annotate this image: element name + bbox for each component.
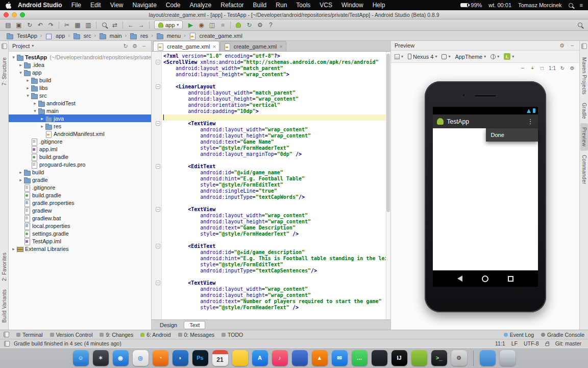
menu-window[interactable]: Window	[337, 0, 368, 10]
dock-vlc-icon[interactable]: ▲	[312, 350, 328, 366]
tool-button-version-control[interactable]: Version Control	[50, 332, 93, 338]
menu-vcs[interactable]: VCS	[315, 0, 337, 10]
code-line-39[interactable]: android:layout_width="wrap_content"	[152, 286, 390, 292]
tree-item-proguard-rules-pro[interactable]: proguard-rules.pro	[9, 160, 151, 168]
locale-dropdown[interactable]: ▾	[491, 54, 499, 59]
tree-item-gradlew-bat[interactable]: gradlew.bat	[9, 214, 151, 222]
tree-item-java[interactable]: ▸java	[9, 114, 151, 122]
apple-menu-icon[interactable]	[5, 2, 11, 9]
refresh-icon[interactable]: ↻	[122, 43, 129, 50]
readonly-lock[interactable]	[543, 341, 552, 346]
dock-itunes-icon[interactable]: ♪	[272, 350, 288, 366]
tree-expand-icon[interactable]: ▸	[25, 78, 31, 83]
fold-collapse-icon[interactable]: −	[156, 121, 160, 126]
code-line-24[interactable]: android:inputType="textCapWords"/>	[152, 194, 390, 200]
code-line-32[interactable]: − <EditText	[152, 243, 390, 249]
dock-photoshop-icon[interactable]: Ps	[192, 350, 208, 366]
dock-documents-folder-icon[interactable]	[480, 350, 496, 366]
close-tab-icon[interactable]: ×	[279, 43, 282, 50]
code-line-34[interactable]: android:hint="E.g. This is Football tabl…	[152, 256, 390, 262]
tree-item-build[interactable]: ▸build	[9, 76, 151, 84]
code-line-40[interactable]: android:layout_height="wrap_content"	[152, 292, 390, 298]
breadcrumb-src[interactable]: src	[71, 32, 93, 39]
editor-mode-tab-design[interactable]: Design	[154, 321, 183, 329]
dock-notes-icon[interactable]	[232, 350, 248, 366]
zoom-in-icon[interactable]: +	[529, 65, 535, 71]
hide-panel-icon[interactable]: −	[140, 43, 148, 49]
dock-system-preferences-icon[interactable]: ⚙	[451, 350, 467, 366]
preview-hide-icon[interactable]: −	[569, 42, 576, 49]
sync-icon[interactable]: ↻	[24, 20, 35, 30]
tree-item-local-properties[interactable]: local.properties	[9, 222, 151, 229]
tree-expand-icon[interactable]: ▸	[39, 116, 45, 121]
redo-icon[interactable]: ↷	[46, 20, 56, 30]
code-line-31[interactable]	[152, 237, 390, 243]
close-tab-icon[interactable]: ×	[212, 43, 215, 50]
notification-center-button[interactable]: ≡	[580, 2, 583, 8]
zoom-out-icon[interactable]: −	[520, 65, 526, 71]
android-avd-icon[interactable]	[233, 20, 243, 30]
tree-item-gradle[interactable]: ▸gradle	[9, 176, 151, 183]
replace-icon[interactable]: ⇄	[110, 20, 120, 30]
dock-messages-icon[interactable]: …	[352, 350, 368, 366]
preview-gear-icon[interactable]: ⚙	[558, 42, 566, 49]
overflow-menu-icon[interactable]: ⋮	[527, 118, 534, 125]
forward-icon[interactable]: →	[136, 20, 146, 30]
code-line-13[interactable]: android:layout_width="wrap_content"	[152, 127, 390, 133]
tree-expand-icon[interactable]: ▸	[25, 85, 31, 90]
code-line-41[interactable]: android:text="Number of players required…	[152, 298, 390, 305]
tree-collapse-icon[interactable]: ▾	[25, 93, 31, 98]
statusbar-toggle-icon[interactable]	[4, 341, 10, 347]
code-line-28[interactable]: android:layout_height="wrap_content"	[152, 219, 390, 225]
code-line-27[interactable]: android:layout_width="wrap_content"	[152, 213, 390, 219]
tree-expand-icon[interactable]: ▸	[32, 101, 38, 106]
code-line-18[interactable]	[152, 157, 390, 164]
menu-refactor[interactable]: Refactor	[216, 0, 248, 10]
breadcrumb-app[interactable]: app	[43, 32, 67, 39]
zoom-fit-icon[interactable]: □	[539, 65, 545, 71]
fold-collapse-icon[interactable]: −	[156, 60, 160, 64]
configuration-dropdown[interactable]: ▾	[395, 54, 403, 59]
code-line-38[interactable]: − <TextView	[152, 280, 390, 286]
tree-item-main[interactable]: ▾main	[9, 107, 151, 114]
code-line-16[interactable]: style="@style/FormHeaderText"	[152, 145, 390, 151]
code-line-11[interactable]	[152, 114, 390, 121]
menu-tools[interactable]: Tools	[291, 0, 315, 10]
cut-icon[interactable]: ✂	[62, 20, 72, 30]
open-icon[interactable]: ▤	[3, 20, 13, 30]
stop-icon[interactable]: ■	[217, 20, 228, 30]
code-line-25[interactable]	[152, 200, 390, 206]
editor-tab-1[interactable]: create_game.xml×	[153, 41, 219, 51]
menu-view[interactable]: View	[106, 0, 128, 10]
menu-android-studio[interactable]: Android Studio	[13, 0, 67, 10]
code-line-8[interactable]: android:layout_height="wrap_content"	[152, 96, 390, 102]
gear-icon[interactable]: ⚙	[131, 43, 138, 50]
tool-tab-commander[interactable]: Commander	[580, 151, 588, 189]
preview-settings-icon[interactable]: ⚙	[569, 65, 575, 71]
tree-item-settings-gradle[interactable]: settings.gradle	[9, 229, 151, 237]
fold-collapse-icon[interactable]: −	[156, 244, 160, 248]
code-line-21[interactable]: android:hint="E.g. Football Table"	[152, 176, 390, 182]
menu-item-done[interactable]: Done	[486, 132, 504, 138]
tree-item-build[interactable]: ▸build	[9, 168, 151, 176]
undo-icon[interactable]: ↶	[35, 20, 45, 30]
menu-file[interactable]: File	[67, 0, 86, 10]
tree-item-external-libraries[interactable]: ▸External Libraries	[9, 245, 151, 252]
preview-canvas[interactable]: −+□1:1↻⚙ TestApp ⋮	[391, 63, 579, 330]
code-line-7[interactable]: android:layout_width="match_parent"	[152, 90, 390, 96]
editor-scrollbar[interactable]	[386, 52, 390, 319]
tree-item-androidmanifest-xml[interactable]: AndroidManifest.xml	[9, 130, 151, 137]
close-window-button[interactable]	[4, 12, 9, 17]
code-line-4[interactable]: android:layout_height="wrap_content">	[152, 72, 390, 78]
minimize-window-button[interactable]	[12, 12, 17, 17]
device-dropdown[interactable]: Nexus 4 ▾	[408, 54, 437, 60]
settings-icon[interactable]: ⚙	[255, 20, 265, 30]
code-line-1[interactable]: <?xml version="1.0" encoding="utf-8"?>	[152, 53, 390, 59]
run-icon[interactable]: ▶	[185, 20, 195, 30]
code-line-35[interactable]: style="@style/FormEditText"	[152, 262, 390, 268]
tree-item-build-gradle[interactable]: build.gradle	[9, 191, 151, 199]
breadcrumb-menu[interactable]: menu	[154, 32, 183, 39]
dock-android-studio-icon[interactable]	[411, 350, 427, 366]
help-icon[interactable]: ?	[265, 20, 276, 30]
code-line-10[interactable]: android:padding="10dp">	[152, 108, 390, 114]
